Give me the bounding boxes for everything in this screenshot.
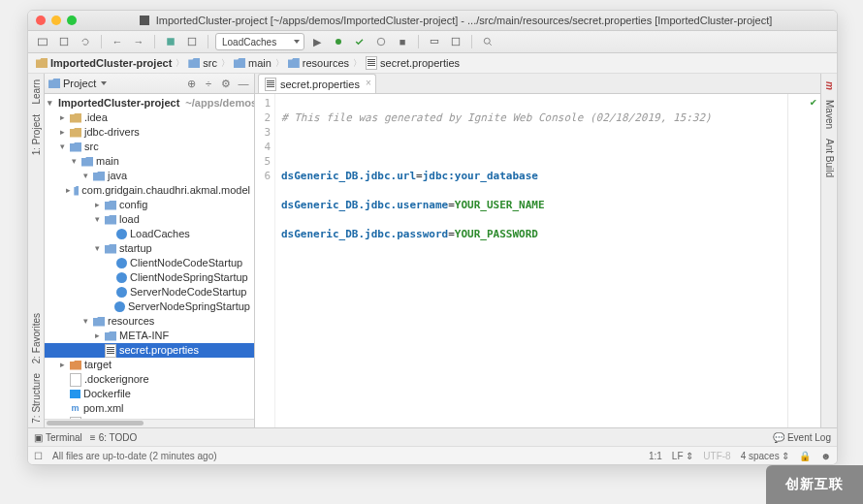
tree-row[interactable]: ▾main	[45, 154, 254, 169]
vcs-icon[interactable]	[426, 34, 443, 49]
search-icon[interactable]	[479, 34, 496, 49]
hide-icon[interactable]: —	[237, 77, 250, 90]
editor-tab[interactable]: secret.properties ×	[258, 74, 376, 93]
tree-row[interactable]: ▸.dockerignore	[45, 372, 254, 387]
open-icon[interactable]	[34, 34, 51, 49]
properties-file-icon	[366, 56, 377, 70]
caret-position[interactable]: 1:1	[649, 451, 662, 461]
folder-icon	[93, 172, 105, 181]
tab-learn[interactable]: Learn	[30, 76, 43, 109]
forward-icon[interactable]: →	[130, 34, 147, 49]
line-number-gutter: 1 2 3 4 5 6	[255, 94, 275, 427]
folder-icon	[70, 361, 81, 370]
tree-row[interactable]: ▸Dockerfile	[45, 387, 254, 401]
tree-row[interactable]: ▾java	[45, 169, 254, 183]
run-icon[interactable]: ▶	[308, 34, 326, 49]
left-tool-gutter: Learn 1: Project 2: Favorites 7: Structu…	[28, 74, 45, 427]
folder-icon	[70, 142, 81, 152]
right-margin-guide	[787, 94, 788, 427]
collapse-icon[interactable]: ÷	[202, 77, 215, 90]
maximize-icon[interactable]	[67, 16, 77, 25]
crumb-resources[interactable]: resources	[286, 57, 351, 69]
debug-icon[interactable]	[330, 34, 347, 49]
crumb-project[interactable]: ImportedCluster-project	[34, 57, 174, 69]
tree-row[interactable]: ▸ServerNodeSpringStartup	[45, 299, 254, 314]
build-icon[interactable]	[162, 34, 179, 49]
folder-icon	[105, 331, 116, 341]
target-icon[interactable]: ⊕	[184, 77, 198, 90]
gear-icon[interactable]: ⚙	[219, 77, 233, 90]
tab-maven[interactable]: Maven	[823, 96, 836, 133]
editor-tabs: secret.properties ×	[255, 74, 820, 94]
indent-settings[interactable]: 4 spaces ⇕	[741, 451, 790, 461]
tree-row[interactable]: ▸com.gridgain.chaudhri.akmal.model	[45, 183, 254, 198]
folder-icon	[188, 58, 200, 68]
maven-icon: m	[70, 403, 80, 414]
right-tool-gutter: m Maven Ant Build	[820, 74, 837, 427]
svg-rect-1	[60, 38, 68, 46]
tree-row[interactable]: ▾startup	[45, 241, 254, 256]
horizontal-scrollbar[interactable]	[45, 419, 254, 427]
status-icon[interactable]: ☐	[34, 451, 43, 461]
refresh-icon[interactable]	[77, 34, 94, 49]
folder-icon	[105, 244, 116, 254]
lock-icon[interactable]: 🔒	[799, 451, 811, 461]
back-icon[interactable]: ←	[109, 34, 126, 49]
minimize-icon[interactable]	[51, 16, 61, 25]
tree-row[interactable]: ▾resources	[45, 314, 254, 329]
tree-row[interactable]: ▾ ImportedCluster-project ~/apps/demos/I…	[45, 96, 254, 110]
close-icon[interactable]	[36, 16, 46, 25]
tree-row[interactable]: ▸config	[45, 198, 254, 212]
tree-row-selected[interactable]: ▸secret.properties	[45, 343, 254, 358]
folder-icon	[234, 58, 245, 68]
tree-row[interactable]: ▸target	[45, 358, 254, 372]
project-tree[interactable]: ▾ ImportedCluster-project ~/apps/demos/I…	[45, 94, 254, 427]
svg-rect-3	[188, 38, 196, 46]
tree-row[interactable]: ▸ServerNodeCodeStartup	[45, 285, 254, 299]
tab-structure[interactable]: 7: Structure	[30, 369, 43, 427]
tab-project[interactable]: 1: Project	[30, 110, 43, 159]
class-icon	[116, 287, 127, 298]
tree-row[interactable]: ▾load	[45, 212, 254, 227]
coverage-icon[interactable]	[351, 34, 368, 49]
svg-rect-0	[39, 39, 48, 46]
build2-icon[interactable]	[183, 34, 201, 49]
tree-row[interactable]: ▸.idea	[45, 110, 254, 125]
settings-icon[interactable]	[447, 34, 464, 49]
status-message: All files are up-to-date (2 minutes ago)	[52, 451, 217, 461]
maven-tool-icon[interactable]: m	[823, 78, 836, 94]
tree-row[interactable]: ▸jdbc-drivers	[45, 125, 254, 140]
editor-body[interactable]: 1 2 3 4 5 6 # This file was generated by…	[255, 94, 820, 427]
tab-terminal[interactable]: ▣ Terminal	[34, 432, 82, 443]
tree-row[interactable]: ▸META-INF	[45, 329, 254, 343]
project-icon	[140, 16, 149, 25]
main-area: Learn 1: Project 2: Favorites 7: Structu…	[28, 74, 837, 427]
tree-row[interactable]: ▸ClientNodeSpringStartup	[45, 270, 254, 285]
tree-row[interactable]: ▾src	[45, 140, 254, 154]
line-separator[interactable]: LF ⇕	[672, 451, 693, 461]
folder-icon	[105, 201, 116, 210]
run-config-selector[interactable]: LoadCaches	[215, 33, 304, 50]
stop-icon[interactable]: ■	[394, 34, 411, 49]
code-content[interactable]: # This file was generated by Ignite Web …	[275, 94, 820, 427]
tree-row[interactable]: ▸ClientNodeCodeStartup	[45, 256, 254, 270]
profile-icon[interactable]	[372, 34, 390, 49]
tab-favorites[interactable]: 2: Favorites	[30, 309, 43, 367]
svg-point-5	[377, 38, 385, 46]
tab-ant[interactable]: Ant Build	[823, 135, 836, 181]
hector-icon[interactable]: ☻	[820, 451, 831, 461]
project-view-selector[interactable]: Project	[48, 78, 107, 89]
tab-event-log[interactable]: 💬 Event Log	[773, 432, 831, 443]
folder-icon	[70, 128, 81, 138]
close-icon[interactable]: ×	[366, 78, 371, 88]
save-icon[interactable]	[55, 34, 73, 49]
file-encoding[interactable]: UTF-8	[703, 451, 730, 461]
crumb-file[interactable]: secret.properties	[364, 56, 462, 70]
crumb-main[interactable]: main	[232, 57, 273, 69]
tree-row[interactable]: ▸mpom.xml	[45, 401, 254, 416]
inspection-ok-icon[interactable]: ✔	[810, 96, 816, 109]
tab-todo[interactable]: ≡ 6: TODO	[90, 432, 138, 443]
svg-line-9	[490, 44, 492, 46]
crumb-src[interactable]: src	[186, 57, 219, 69]
tree-row[interactable]: ▸LoadCaches	[45, 227, 254, 241]
